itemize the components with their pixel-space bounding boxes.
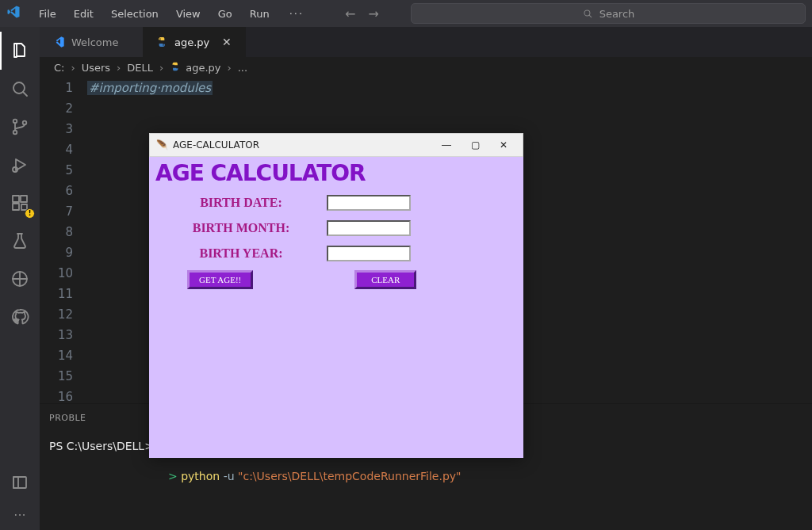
activity-run-debug[interactable]	[0, 146, 40, 184]
activity-more[interactable]: ···	[0, 501, 40, 530]
layout-icon	[10, 473, 29, 492]
panel-tab-problems[interactable]: PROBLE	[49, 413, 86, 423]
terminal-flag: -u	[224, 470, 235, 482]
maximize-icon[interactable]: ▢	[461, 134, 489, 156]
chevron-right-icon: ›	[228, 62, 232, 74]
close-icon[interactable]: ✕	[489, 134, 518, 156]
menu-view[interactable]: View	[167, 5, 209, 23]
back-arrow-icon[interactable]: ←	[339, 6, 362, 21]
vscode-icon	[52, 36, 65, 48]
activity-extensions[interactable]	[0, 184, 40, 222]
birth-month-input[interactable]	[327, 220, 411, 236]
tab-label: Welcome	[71, 36, 118, 48]
activity-explorer[interactable]	[0, 32, 40, 70]
crumb-file[interactable]: age.py	[170, 61, 220, 74]
svg-rect-10	[21, 196, 27, 202]
beaker-icon	[10, 231, 29, 250]
birth-date-input[interactable]	[327, 195, 411, 211]
birth-date-label: BIRTH DATE:	[155, 196, 327, 210]
terminal-prompt: PS C:\Users\DELL>	[49, 440, 154, 452]
terminal-arg: "c:\Users\DELL\tempCodeRunnerFile.py"	[238, 470, 461, 482]
activity-testing[interactable]	[0, 222, 40, 260]
title-bar: File Edit Selection View Go Run ··· ← → …	[0, 0, 812, 27]
menu-overflow-icon[interactable]: ···	[285, 8, 308, 20]
history-nav: ← →	[339, 6, 385, 21]
chevron-right-icon: ›	[117, 62, 121, 74]
crumb[interactable]: DELL	[127, 62, 153, 74]
svg-point-8	[13, 167, 17, 172]
svg-rect-14	[13, 477, 26, 488]
get-age-button[interactable]: GET AGE!!	[187, 270, 253, 289]
svg-rect-15	[13, 477, 18, 488]
tk-window[interactable]: 🪶 AGE-CALCULATOR — ▢ ✕ AGE CALCULATOR BI…	[149, 133, 523, 458]
editor-tabs: Welcome age.py ✕	[40, 27, 812, 57]
play-bug-icon	[10, 155, 29, 174]
close-icon[interactable]: ✕	[222, 36, 232, 48]
chevron-right-icon: ›	[159, 62, 163, 74]
search-placeholder: Search	[599, 8, 635, 20]
command-center-search[interactable]: Search	[411, 3, 806, 24]
ellipsis-icon: ···	[13, 509, 25, 522]
tk-title-bar[interactable]: 🪶 AGE-CALCULATOR — ▢ ✕	[149, 133, 523, 157]
crumb-symbol[interactable]: ...	[238, 62, 247, 74]
menu-file[interactable]: File	[30, 5, 65, 23]
tab-welcome[interactable]: Welcome	[40, 27, 143, 57]
menu-run[interactable]: Run	[241, 5, 278, 23]
search-icon	[10, 79, 29, 98]
svg-line-1	[589, 15, 592, 17]
remote-icon	[10, 269, 29, 288]
python-icon	[155, 36, 168, 48]
python-icon	[170, 61, 181, 74]
clear-button[interactable]: CLEAR	[354, 270, 416, 289]
tk-body: AGE CALCULATOR BIRTH DATE: BIRTH MONTH: …	[149, 157, 523, 289]
chevron-right-icon: ›	[71, 62, 75, 74]
files-icon	[10, 41, 29, 60]
menu-edit[interactable]: Edit	[65, 5, 102, 23]
line-gutter: 1 2 3 4 5 6 7 8 9 10 11 12 13 14 15 16	[40, 78, 87, 403]
vscode-logo-icon	[6, 5, 21, 22]
terminal-cmd: python	[181, 470, 220, 482]
editor-group: Welcome age.py ✕ C:› Users› DELL› age.py…	[40, 27, 812, 530]
crumb[interactable]: C:	[54, 62, 64, 74]
activity-source-control[interactable]	[0, 108, 40, 146]
warning-badge-icon	[25, 208, 35, 219]
tab-age-py[interactable]: age.py ✕	[143, 27, 246, 57]
menu-selection[interactable]: Selection	[102, 5, 167, 23]
birth-year-input[interactable]	[327, 246, 411, 261]
tab-label: age.py	[174, 36, 209, 48]
menu-go[interactable]: Go	[209, 5, 241, 23]
terminal-caret: >	[168, 470, 178, 482]
activity-accounts[interactable]	[0, 463, 40, 501]
tk-feather-icon: 🪶	[156, 139, 168, 151]
breadcrumb[interactable]: C:› Users› DELL› age.py › ...	[40, 57, 812, 78]
menu-bar: File Edit Selection View Go Run	[30, 5, 278, 23]
tk-window-title: AGE-CALCULATOR	[173, 139, 259, 151]
activity-github[interactable]	[0, 298, 40, 336]
tk-heading: AGE CALCULATOR	[155, 160, 517, 186]
minimize-icon[interactable]: —	[432, 134, 461, 156]
code-line: #importing·modules	[87, 81, 213, 95]
birth-month-label: BIRTH MONTH:	[155, 221, 327, 235]
forward-arrow-icon[interactable]: →	[362, 6, 385, 21]
github-icon	[10, 307, 29, 326]
birth-year-label: BIRTH YEAR:	[155, 246, 327, 261]
crumb-filename: age.py	[186, 62, 220, 74]
activity-remote[interactable]	[0, 260, 40, 298]
svg-rect-9	[13, 196, 19, 202]
svg-line-3	[23, 92, 27, 96]
activity-search[interactable]	[0, 70, 40, 108]
branch-icon	[10, 117, 29, 136]
search-icon	[582, 8, 593, 19]
activity-bar: ···	[0, 27, 40, 530]
svg-rect-11	[13, 204, 19, 210]
crumb[interactable]: Users	[82, 62, 110, 74]
